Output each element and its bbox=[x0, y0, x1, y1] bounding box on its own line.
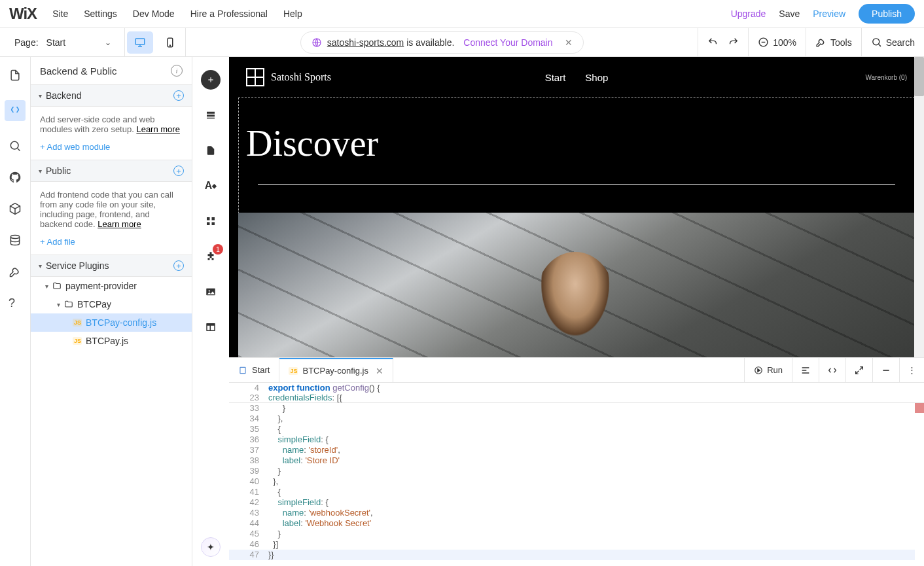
search-button[interactable]: Search bbox=[861, 28, 924, 56]
menu-hire[interactable]: Hire a Professional bbox=[190, 9, 268, 19]
undo-button[interactable] bbox=[698, 28, 728, 56]
svg-rect-12 bbox=[212, 217, 215, 221]
code-panel: Start JS BTCPay-config.js ✕ Run ⋮ 4expor… bbox=[229, 357, 924, 566]
preview-nav: Start Shop bbox=[545, 72, 609, 83]
learn-more-link[interactable]: Learn more bbox=[98, 219, 141, 229]
code-files-icon[interactable] bbox=[5, 100, 26, 121]
more-button[interactable]: ⋮ bbox=[899, 358, 924, 382]
format-button[interactable] bbox=[792, 358, 819, 382]
site-brand[interactable]: Satoshi Sports bbox=[246, 68, 331, 86]
js-icon: JS bbox=[289, 367, 298, 375]
menu-help[interactable]: Help bbox=[283, 9, 302, 19]
scroll-thumb[interactable] bbox=[914, 57, 924, 96]
svg-rect-10 bbox=[207, 118, 215, 119]
help-icon[interactable]: ? bbox=[9, 296, 22, 310]
preview-link[interactable]: Preview bbox=[813, 9, 845, 19]
menu-site[interactable]: Site bbox=[52, 9, 68, 19]
notification-badge: 1 bbox=[213, 244, 223, 255]
tools-icon[interactable] bbox=[9, 265, 22, 278]
chevron-down-icon: ▾ bbox=[39, 92, 42, 99]
tools-button[interactable]: Tools bbox=[806, 28, 861, 56]
tree-folder-btcpay[interactable]: ▾ BTCPay bbox=[31, 295, 192, 313]
backend-section-header[interactable]: ▾Backend + bbox=[31, 84, 192, 107]
divider bbox=[258, 184, 895, 185]
mobile-view-button[interactable] bbox=[157, 31, 183, 54]
main-area: ? Backend & Public i ▾Backend + Add serv… bbox=[0, 57, 924, 566]
chevron-down-icon: ▾ bbox=[39, 262, 42, 270]
tree-file-btcpay[interactable]: JS BTCPay.js bbox=[31, 332, 192, 350]
svg-rect-0 bbox=[135, 39, 145, 44]
chevron-down-icon: ▾ bbox=[45, 283, 48, 290]
add-file-link[interactable]: + Add file bbox=[40, 237, 183, 247]
add-web-module-link[interactable]: + Add web module bbox=[40, 142, 183, 152]
database-icon[interactable] bbox=[9, 234, 22, 247]
learn-more-link[interactable]: Learn more bbox=[136, 124, 179, 134]
minimap[interactable] bbox=[915, 403, 924, 566]
hero-image[interactable] bbox=[238, 213, 915, 357]
page-selector[interactable]: Start ⌄ bbox=[46, 37, 125, 48]
ai-assistant-button[interactable]: ✦ bbox=[201, 537, 221, 557]
editor-add-toolbar: ＋ A◆ 1 ✦ bbox=[192, 57, 229, 566]
upgrade-link[interactable]: Upgrade bbox=[731, 9, 766, 19]
sections-tool[interactable] bbox=[201, 105, 221, 125]
packages-icon[interactable] bbox=[9, 202, 22, 215]
site-preview[interactable]: Satoshi Sports Start Shop Warenkorb (0) … bbox=[229, 57, 924, 357]
tree-file-btcpay-config[interactable]: JS BTCPay-config.js bbox=[31, 313, 192, 332]
plugins-tool[interactable]: 1 bbox=[201, 247, 221, 266]
connect-domain-link[interactable]: Connect Your Domain bbox=[463, 37, 552, 48]
hero-headline[interactable]: Discover bbox=[246, 122, 378, 164]
pages-tool[interactable] bbox=[201, 141, 221, 160]
github-icon[interactable] bbox=[9, 171, 22, 184]
page-label: Page: bbox=[0, 37, 46, 48]
editor-toolbar: Page: Start ⌄ satoshi-sports.com is avai… bbox=[0, 28, 924, 57]
nav-shop[interactable]: Shop bbox=[585, 72, 608, 83]
page-icon bbox=[238, 366, 247, 375]
tree-folder-payment-provider[interactable]: ▾ payment-provider bbox=[31, 277, 192, 295]
zoom-control[interactable]: 100% bbox=[748, 28, 806, 56]
close-icon[interactable]: ✕ bbox=[376, 366, 383, 376]
info-icon[interactable]: i bbox=[171, 65, 183, 77]
expand-button[interactable] bbox=[845, 358, 872, 382]
redo-button[interactable] bbox=[728, 37, 748, 48]
desktop-view-button[interactable] bbox=[127, 31, 153, 54]
svg-point-16 bbox=[209, 290, 210, 291]
add-plugin-icon[interactable]: + bbox=[173, 260, 184, 271]
page-code-icon[interactable] bbox=[9, 69, 22, 82]
menu-settings[interactable]: Settings bbox=[84, 9, 117, 19]
code-sticky-header: 4export function getConfig() {23 credent… bbox=[229, 383, 924, 403]
apps-tool[interactable] bbox=[201, 211, 221, 231]
code-editor[interactable]: 33 }34 },35 {36 simpleField: {37 name: '… bbox=[229, 403, 924, 566]
js-icon: JS bbox=[73, 337, 82, 345]
cart-label[interactable]: Warenkorb (0) bbox=[865, 74, 907, 81]
separator bbox=[124, 28, 125, 57]
top-menu-bar: WiX Site Settings Dev Mode Hire a Profes… bbox=[0, 0, 924, 28]
media-tool[interactable] bbox=[201, 282, 221, 302]
minimize-button[interactable] bbox=[872, 358, 899, 382]
code-tab-btcpay-config[interactable]: JS BTCPay-config.js ✕ bbox=[279, 358, 393, 382]
theme-tool[interactable]: A◆ bbox=[201, 176, 221, 196]
save-button[interactable]: Save bbox=[779, 9, 800, 19]
globe-icon bbox=[311, 37, 322, 48]
run-button[interactable]: Run bbox=[744, 358, 792, 382]
brand-logo-icon bbox=[246, 68, 264, 86]
add-backend-icon[interactable]: + bbox=[173, 90, 184, 101]
wix-logo[interactable]: WiX bbox=[9, 5, 37, 23]
velo-icon-rail: ? bbox=[0, 57, 31, 566]
wrap-button[interactable] bbox=[819, 358, 845, 382]
chevron-down-icon: ▾ bbox=[57, 301, 60, 308]
domain-text: satoshi-sports.com is available. bbox=[327, 37, 455, 48]
code-actions: Run ⋮ bbox=[744, 358, 924, 382]
layout-tool[interactable] bbox=[201, 317, 221, 337]
add-public-icon[interactable]: + bbox=[173, 166, 184, 176]
service-plugins-header[interactable]: ▾Service Plugins + bbox=[31, 255, 192, 277]
nav-start[interactable]: Start bbox=[545, 72, 566, 83]
search-code-icon[interactable] bbox=[9, 139, 22, 152]
publish-button[interactable]: Publish bbox=[859, 4, 915, 24]
menu-devmode[interactable]: Dev Mode bbox=[133, 9, 175, 19]
public-section-header[interactable]: ▾Public + bbox=[31, 160, 192, 182]
add-element-button[interactable]: ＋ bbox=[201, 70, 221, 90]
code-tab-start[interactable]: Start bbox=[229, 358, 279, 382]
close-icon[interactable]: ✕ bbox=[565, 37, 573, 48]
scrollbar[interactable] bbox=[914, 57, 924, 357]
svg-rect-9 bbox=[207, 115, 215, 116]
